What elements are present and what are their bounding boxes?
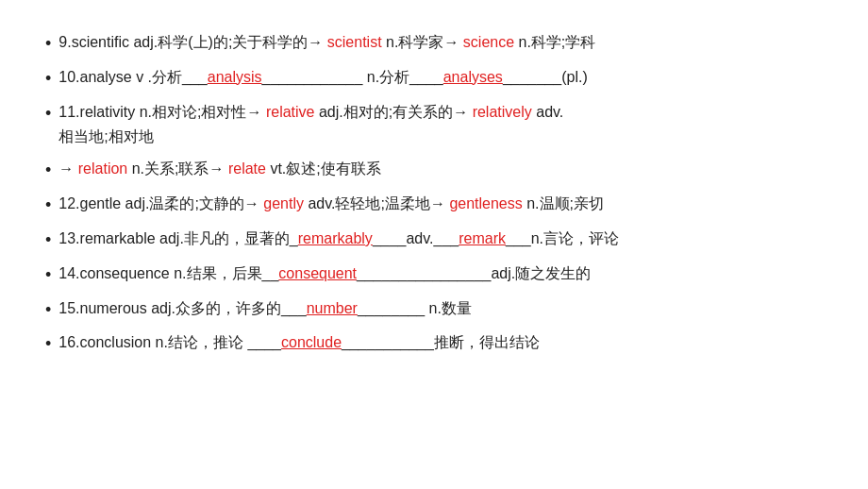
keyword-science: science [463, 34, 514, 50]
item-text: adv.轻轻地;温柔地→ [304, 195, 449, 211]
slide: • 9.scientific adj.科学(上)的;关于科学的→ scienti… [0, 0, 868, 489]
item-text: 13.remarkable adj.非凡的，显著的_ [58, 230, 297, 246]
keyword-relatively: relatively [473, 104, 532, 120]
bullet: • [45, 330, 51, 358]
keyword-analyses: analyses [443, 69, 503, 85]
keyword-gentleness: gentleness [449, 195, 522, 211]
item-text: ___n.言论，评论 [506, 230, 619, 246]
item-text: adj.相对的;有关系的→ [315, 104, 473, 120]
item-text: n.温顺;亲切 [523, 195, 604, 211]
item-text: → [58, 160, 77, 177]
vocabulary-list: • 9.scientific adj.科学(上)的;关于科学的→ scienti… [45, 26, 823, 362]
item-text: ________ n.数量 [358, 300, 472, 316]
item-text: n.关系;联系→ [127, 160, 228, 177]
keyword-relate: relate [228, 160, 266, 177]
item-content: 13.remarkable adj.非凡的，显著的_remarkably____… [58, 227, 823, 251]
list-item: • 9.scientific adj.科学(上)的;关于科学的→ scienti… [45, 26, 823, 61]
item-text: _______(pl.) [503, 69, 588, 85]
item-content: 16.conclusion n.结论，推论 ____conclude______… [58, 330, 823, 355]
bullet: • [45, 157, 51, 184]
list-item: • 16.conclusion n.结论，推论 ____conclude____… [45, 327, 823, 362]
bullet: • [45, 261, 51, 289]
keyword-conclude: conclude [281, 334, 342, 350]
list-item: • 13.remarkable adj.非凡的，显著的_remarkably__… [45, 223, 823, 258]
item-text: ____________ n.分析____ [262, 69, 443, 85]
keyword-relation: relation [78, 160, 127, 177]
list-item: • 11.relativity n.相对论;相对性→ relative adj.… [45, 96, 823, 154]
list-item: • 14.consequence n.结果，后果__consequent____… [45, 258, 823, 293]
item-text: n.科学;学科 [514, 34, 595, 50]
list-item: • 12.gentle adj.温柔的;文静的→ gently adv.轻轻地;… [45, 188, 823, 223]
item-text: ___________推断，得出结论 [342, 334, 540, 350]
item-content: 14.consequence n.结果，后果__consequent______… [58, 261, 823, 286]
keyword-relative: relative [266, 104, 315, 120]
item-text: 10.analyse v .分析___ [58, 69, 207, 85]
keyword-remark: remark [459, 230, 506, 246]
item-text: 16.conclusion n.结论，推论 ____ [58, 334, 281, 350]
keyword-analysis: analysis [208, 69, 262, 85]
list-item: • 10.analyse v .分析___analysis___________… [45, 61, 823, 96]
item-content: 15.numerous adj.众多的，许多的___number________… [58, 296, 823, 321]
item-text: ____adv.___ [373, 230, 459, 246]
bullet: • [45, 296, 51, 324]
keyword-scientist: scientist [327, 34, 382, 50]
item-text: adv. [532, 104, 564, 120]
item-text: ________________adj.随之发生的 [357, 265, 591, 281]
item-content: 10.analyse v .分析___analysis____________ … [58, 65, 823, 90]
item-content: 11.relativity n.相对论;相对性→ relative adj.相对… [58, 100, 823, 150]
bullet: • [45, 30, 51, 58]
keyword-number: number [307, 300, 358, 316]
item-text: 14.consequence n.结果，后果__ [58, 265, 278, 281]
list-item: • 15.numerous adj.众多的，许多的___number______… [45, 293, 823, 328]
list-item: • → relation n.关系;联系→ relate vt.叙述;使有联系 [45, 153, 823, 188]
item-text: 11.relativity n.相对论;相对性→ [58, 104, 266, 120]
bullet: • [45, 227, 51, 254]
bullet: • [45, 65, 51, 93]
item-content: 12.gentle adj.温柔的;文静的→ gently adv.轻轻地;温柔… [58, 192, 823, 216]
bullet: • [45, 192, 51, 219]
item-text: n.科学家→ [382, 34, 463, 50]
item-content: 9.scientific adj.科学(上)的;关于科学的→ scientist… [58, 30, 823, 55]
bullet: • [45, 100, 51, 127]
item-text: vt.叙述;使有联系 [266, 160, 381, 177]
item-text-cont: 相当地;相对地 [58, 128, 153, 144]
item-text: 9.scientific adj.科学(上)的;关于科学的→ [58, 34, 326, 50]
keyword-consequent: consequent [278, 265, 357, 281]
item-text: 12.gentle adj.温柔的;文静的→ [58, 195, 263, 211]
keyword-remarkably: remarkably [298, 230, 373, 246]
keyword-gently: gently [263, 195, 304, 211]
item-content: → relation n.关系;联系→ relate vt.叙述;使有联系 [58, 157, 823, 181]
item-text: 15.numerous adj.众多的，许多的___ [58, 300, 306, 316]
